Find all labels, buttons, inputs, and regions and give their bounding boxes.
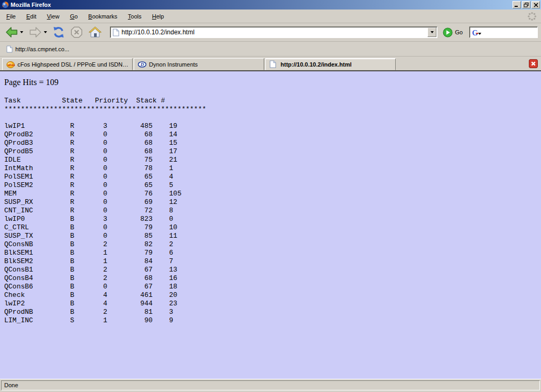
stop-button[interactable]	[69, 24, 85, 40]
menu-file[interactable]: File	[2, 12, 20, 21]
forward-dropdown-icon[interactable]	[44, 31, 47, 33]
bookmark-label: http://as.cmpnet.co...	[15, 46, 69, 52]
google-icon[interactable]: G	[471, 29, 479, 36]
close-tab-button[interactable]	[529, 59, 538, 68]
close-tab-icon	[529, 59, 538, 68]
svg-text:cFos: cFos	[8, 63, 15, 67]
page-icon	[113, 29, 119, 36]
titlebar: Mozilla Firefox	[0, 0, 541, 10]
dynon-icon: D	[138, 60, 146, 69]
url-dropdown-button[interactable]	[427, 27, 436, 37]
back-icon	[5, 26, 18, 39]
tab-bar: cFoscFos Highspeed DSL / PPPoE und ISDN …	[0, 57, 541, 71]
tab-label: cFos Highspeed DSL / PPPoE und ISDN CAP.…	[17, 61, 128, 68]
firefox-window: Mozilla Firefox FileEditViewGoBookmarksT…	[0, 0, 541, 392]
menubar: FileEditViewGoBookmarksToolsHelp	[0, 10, 541, 23]
page-icon	[269, 60, 278, 69]
url-input[interactable]	[119, 29, 427, 36]
reload-icon	[52, 26, 65, 39]
menu-go[interactable]: Go	[66, 12, 82, 21]
home-button[interactable]	[87, 24, 104, 40]
menu-tools[interactable]: Tools	[124, 12, 146, 21]
menu-bookmarks[interactable]: Bookmarks	[84, 12, 122, 21]
svg-text:G: G	[472, 29, 478, 36]
stop-icon	[70, 26, 83, 39]
navigation-toolbar: Go G	[0, 23, 541, 42]
page-content: Page Hits = 109 Task State Priority Stac…	[0, 71, 541, 379]
bookmarks-toolbar: http://as.cmpnet.co...	[0, 42, 541, 57]
go-icon	[443, 27, 453, 38]
menu-view[interactable]: View	[43, 12, 64, 21]
url-dropdown-icon	[431, 31, 434, 33]
go-button[interactable]: Go	[443, 27, 463, 38]
tab-strip: cFoscFos Highspeed DSL / PPPoE und ISDN …	[2, 58, 397, 70]
throbber-icon	[527, 12, 537, 21]
browser-tab-1[interactable]: cFoscFos Highspeed DSL / PPPoE und ISDN …	[2, 58, 133, 70]
task-table: Task State Priority Stack # ************…	[4, 97, 537, 325]
menu-help[interactable]: Help	[148, 12, 169, 21]
search-engine-dropdown-icon[interactable]	[478, 33, 481, 35]
page-icon	[6, 45, 13, 53]
forward-button[interactable]	[27, 24, 49, 40]
menu-edit[interactable]: Edit	[22, 12, 41, 21]
reload-button[interactable]	[51, 24, 67, 40]
menubar-items: FileEditViewGoBookmarksToolsHelp	[2, 12, 170, 21]
page-hits: Page Hits = 109	[4, 78, 537, 87]
status-text: Done	[1, 380, 540, 390]
close-button[interactable]	[531, 1, 540, 8]
bookmark-item[interactable]: http://as.cmpnet.co...	[3, 44, 72, 54]
forward-icon	[29, 26, 42, 39]
browser-tab-2[interactable]: DDynon Instruments	[134, 58, 264, 70]
tab-label: Dynon Instruments	[149, 61, 198, 68]
back-dropdown-icon[interactable]	[20, 31, 23, 33]
window-title: Mozilla Firefox	[11, 2, 512, 8]
home-icon	[88, 26, 102, 39]
search-box: G	[469, 26, 538, 38]
go-label: Go	[455, 29, 463, 35]
browser-tab-3-active[interactable]: http://10.0.10.2/index.html	[265, 58, 396, 70]
window-controls	[512, 1, 540, 8]
url-bar	[110, 26, 437, 38]
tab-label: http://10.0.10.2/index.html	[281, 61, 351, 68]
search-input[interactable]	[482, 28, 536, 37]
minimize-button[interactable]	[512, 1, 521, 8]
status-bar: Done	[0, 379, 541, 391]
cfos-icon: cFos	[6, 60, 15, 69]
firefox-icon	[2, 1, 9, 8]
restore-button[interactable]	[522, 1, 530, 8]
svg-text:D: D	[140, 62, 144, 67]
back-button[interactable]	[3, 24, 25, 40]
